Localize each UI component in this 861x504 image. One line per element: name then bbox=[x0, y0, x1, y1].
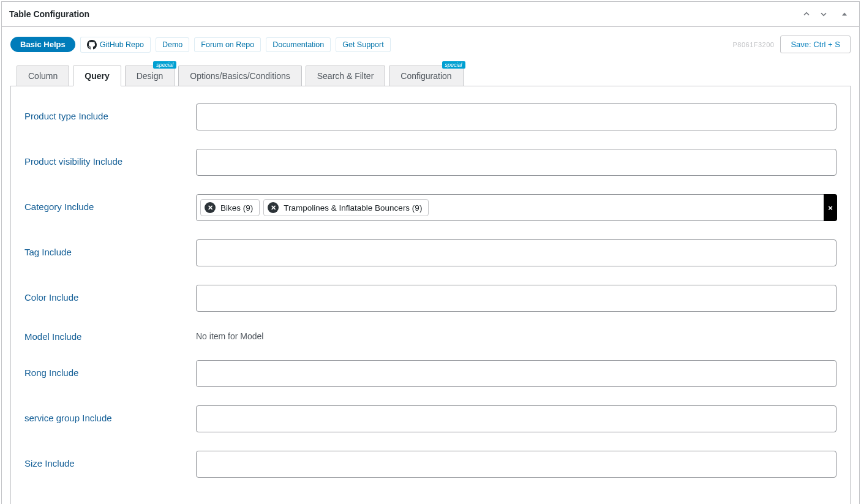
tabs: Column Query Design special Options/Basi… bbox=[10, 66, 851, 86]
field-category: ✕ Bikes (9) ✕ Trampolines & Inflatable B… bbox=[196, 194, 837, 221]
label-service-group: service group Include bbox=[24, 405, 196, 423]
tab-design-badge: special bbox=[153, 61, 176, 69]
product-visibility-input[interactable] bbox=[196, 149, 837, 176]
field-rong bbox=[196, 360, 837, 387]
label-color: Color Include bbox=[24, 285, 196, 303]
forum-link[interactable]: Forum on Repo bbox=[194, 37, 261, 52]
size-input[interactable] bbox=[196, 451, 837, 478]
clear-all-button[interactable]: × bbox=[824, 194, 837, 221]
get-support-link[interactable]: Get Support bbox=[336, 37, 390, 52]
field-product-visibility bbox=[196, 149, 837, 176]
save-button[interactable]: Save: Ctrl + S bbox=[780, 36, 851, 53]
row-model: Model Include No item for Model bbox=[24, 330, 837, 342]
field-tag bbox=[196, 239, 837, 266]
tab-search[interactable]: Search & Filter bbox=[306, 66, 386, 86]
field-color bbox=[196, 285, 837, 312]
documentation-link[interactable]: Documentation bbox=[266, 37, 331, 52]
move-down-icon[interactable] bbox=[816, 7, 831, 21]
tab-column[interactable]: Column bbox=[17, 66, 69, 86]
label-product-visibility: Product visibility Include bbox=[24, 149, 196, 167]
tab-configuration-label: Configuration bbox=[400, 71, 451, 81]
field-size bbox=[196, 451, 837, 478]
tab-design[interactable]: Design special bbox=[125, 66, 175, 86]
panel-body: Basic Helps GitHub Repo Demo Forum on Re… bbox=[2, 27, 859, 504]
row-service-group: service group Include bbox=[24, 405, 837, 432]
field-service-group bbox=[196, 405, 837, 432]
color-input[interactable] bbox=[196, 285, 837, 312]
toolbar-right: P8061F3200 Save: Ctrl + S bbox=[732, 36, 851, 53]
move-up-icon[interactable] bbox=[799, 7, 814, 21]
tag-input[interactable] bbox=[196, 239, 837, 266]
row-product-type: Product type Include bbox=[24, 103, 837, 130]
basic-helps-button[interactable]: Basic Helps bbox=[10, 37, 75, 52]
service-group-input[interactable] bbox=[196, 405, 837, 432]
label-model: Model Include bbox=[24, 330, 196, 342]
chip-label: Bikes (9) bbox=[220, 203, 253, 213]
chip-remove-icon[interactable]: ✕ bbox=[205, 202, 216, 213]
chip-label: Trampolines & Inflatable Bouncers (9) bbox=[284, 203, 422, 213]
row-product-visibility: Product visibility Include bbox=[24, 149, 837, 176]
tab-configuration[interactable]: Configuration special bbox=[389, 66, 463, 86]
row-category: Category Include ✕ Bikes (9) ✕ Trampolin… bbox=[24, 194, 837, 221]
github-icon bbox=[87, 40, 97, 50]
toolbar-left: Basic Helps GitHub Repo Demo Forum on Re… bbox=[10, 37, 391, 53]
label-size: Size Include bbox=[24, 451, 196, 468]
label-tag: Tag Include bbox=[24, 239, 196, 257]
row-color: Color Include bbox=[24, 285, 837, 312]
label-category: Category Include bbox=[24, 194, 196, 212]
tab-options[interactable]: Options/Basics/Conditions bbox=[178, 66, 301, 86]
chip-trampolines: ✕ Trampolines & Inflatable Bouncers (9) bbox=[263, 199, 429, 216]
field-model: No item for Model bbox=[196, 330, 837, 341]
tab-configuration-badge: special bbox=[442, 61, 465, 69]
field-product-type bbox=[196, 103, 837, 130]
chip-bikes: ✕ Bikes (9) bbox=[200, 199, 260, 216]
tab-query[interactable]: Query bbox=[73, 66, 121, 86]
row-rong: Rong Include bbox=[24, 360, 837, 387]
model-empty-text: No item for Model bbox=[196, 330, 837, 341]
tab-design-label: Design bbox=[137, 71, 164, 81]
chip-remove-icon[interactable]: ✕ bbox=[268, 202, 279, 213]
github-repo-link[interactable]: GitHub Repo bbox=[80, 37, 151, 53]
metabox-header: Table Configuration bbox=[2, 2, 859, 27]
product-type-input[interactable] bbox=[196, 103, 837, 130]
rong-input[interactable] bbox=[196, 360, 837, 387]
toolbar: Basic Helps GitHub Repo Demo Forum on Re… bbox=[10, 36, 851, 53]
label-rong: Rong Include bbox=[24, 360, 196, 378]
demo-link[interactable]: Demo bbox=[156, 37, 189, 52]
toggle-panel-icon[interactable] bbox=[837, 7, 852, 21]
github-repo-label: GitHub Repo bbox=[100, 40, 144, 49]
table-configuration-metabox: Table Configuration Basic Helps GitHub R… bbox=[1, 1, 860, 504]
row-size: Size Include bbox=[24, 451, 837, 478]
metabox-title: Table Configuration bbox=[9, 9, 89, 19]
category-input[interactable]: ✕ Bikes (9) ✕ Trampolines & Inflatable B… bbox=[196, 194, 837, 221]
metabox-controls bbox=[799, 7, 852, 21]
hash-label: P8061F3200 bbox=[732, 41, 774, 48]
row-tag: Tag Include bbox=[24, 239, 837, 266]
tab-content-query: Product type Include Product visibility … bbox=[10, 86, 851, 504]
label-product-type: Product type Include bbox=[24, 103, 196, 121]
